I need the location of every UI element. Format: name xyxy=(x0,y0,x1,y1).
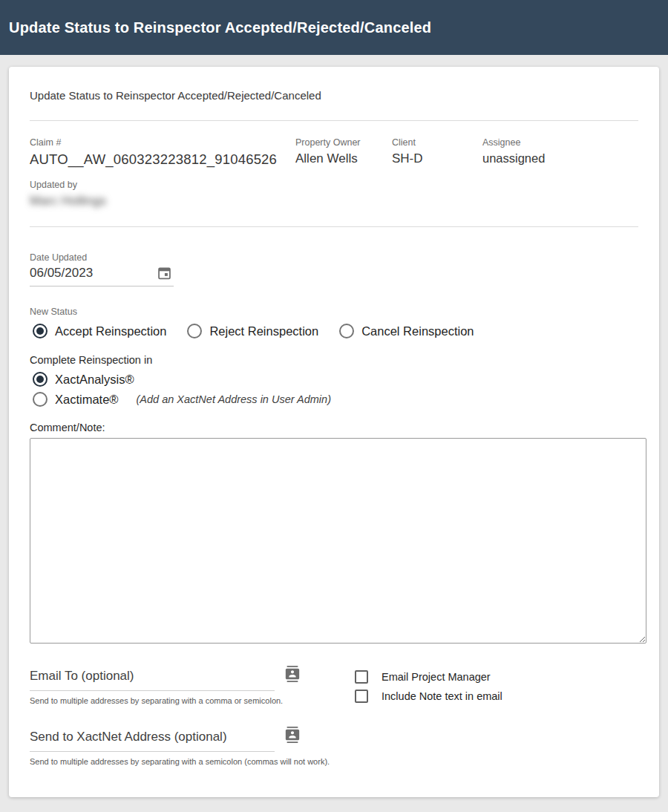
comment-note-textarea[interactable] xyxy=(30,438,646,644)
radio-cancel-reinspection[interactable]: Cancel Reinspection xyxy=(339,324,474,338)
checkbox-include-note-text[interactable]: Include Note text in email xyxy=(355,690,502,703)
email-to-input[interactable]: Email To (optional) xyxy=(30,669,275,691)
radio-accept-reinspection[interactable]: Accept Reinspection xyxy=(33,324,166,338)
email-to-placeholder: Email To (optional) xyxy=(30,669,134,683)
radio-selected-icon[interactable] xyxy=(33,324,48,338)
client-field: Client SH-D xyxy=(392,137,482,168)
form-subtitle: Update Status to Reinspector Accepted/Re… xyxy=(30,89,638,102)
xactimate-note: (Add an XactNet Address in User Admin) xyxy=(137,393,331,405)
updated-by-label: Updated by xyxy=(30,180,638,190)
email-section: Email To (optional) Send to multiple add… xyxy=(30,669,638,766)
property-owner-label: Property Owner xyxy=(295,137,392,148)
radio-xactimate[interactable]: Xactimate® (Add an XactNet Address in Us… xyxy=(33,392,638,407)
client-value: SH-D xyxy=(392,151,482,166)
radio-unselected-icon[interactable] xyxy=(187,324,202,338)
claim-number-value: AUTO__AW_060323223812_91046526 xyxy=(30,151,295,168)
radio-unselected-icon[interactable] xyxy=(339,324,354,338)
claim-number-field: Claim # AUTO__AW_060323223812_91046526 xyxy=(30,137,295,168)
date-updated-field: Date Updated 06/05/2023 xyxy=(30,252,174,287)
email-options: Email Project Manager Include Note text … xyxy=(355,669,502,766)
checkbox-unchecked-icon[interactable] xyxy=(355,670,368,684)
assignee-label: Assignee xyxy=(482,137,638,148)
comment-note-label: Comment/Note: xyxy=(30,422,638,433)
divider-middle xyxy=(30,226,638,227)
contacts-icon[interactable] xyxy=(284,727,301,743)
email-to-field: Email To (optional) Send to multiple add… xyxy=(30,669,355,705)
divider-top xyxy=(30,120,638,121)
calendar-icon[interactable] xyxy=(157,265,172,281)
radio-reject-reinspection[interactable]: Reject Reinspection xyxy=(187,324,318,338)
xactnet-address-input[interactable]: Send to XactNet Address (optional) xyxy=(30,730,275,752)
checkbox-unchecked-icon[interactable] xyxy=(355,690,368,703)
claim-info-row: Claim # AUTO__AW_060323223812_91046526 P… xyxy=(30,137,638,168)
radio-unselected-icon[interactable] xyxy=(33,392,48,407)
updated-by-value-redacted: Marc Hollings xyxy=(30,194,638,209)
contacts-icon[interactable] xyxy=(284,666,301,682)
email-to-helper: Send to multiple addresses by separating… xyxy=(30,696,355,705)
updated-by-field: Updated by Marc Hollings xyxy=(30,180,638,209)
new-status-label: New Status xyxy=(30,307,638,317)
client-label: Client xyxy=(392,137,482,148)
property-owner-value: Allen Wells xyxy=(295,151,392,166)
new-status-group: New Status Accept Reinspection Reject Re… xyxy=(30,307,638,338)
dialog-title: Update Status to Reinspector Accepted/Re… xyxy=(9,19,431,36)
property-owner-field: Property Owner Allen Wells xyxy=(295,137,392,168)
update-status-form-card: Update Status to Reinspector Accepted/Re… xyxy=(9,67,659,797)
claim-number-label: Claim # xyxy=(30,137,295,148)
assignee-field: Assignee unassigned xyxy=(482,137,638,168)
radio-xactanalysis[interactable]: XactAnalysis® xyxy=(33,372,638,387)
checkbox-email-project-manager[interactable]: Email Project Manager xyxy=(355,670,502,684)
xactnet-placeholder: Send to XactNet Address (optional) xyxy=(30,730,227,744)
xactnet-address-field: Send to XactNet Address (optional) Send … xyxy=(30,730,355,766)
date-updated-label: Date Updated xyxy=(30,252,174,263)
assignee-value: unassigned xyxy=(482,151,638,166)
dialog-header: Update Status to Reinspector Accepted/Re… xyxy=(0,0,668,55)
date-updated-value: 06/05/2023 xyxy=(30,266,93,281)
complete-reinspection-label: Complete Reinspection in xyxy=(30,354,638,366)
xactnet-helper: Send to multiple addresses by separating… xyxy=(30,757,355,766)
complete-reinspection-group: Complete Reinspection in XactAnalysis® X… xyxy=(30,354,638,407)
date-updated-input[interactable]: 06/05/2023 xyxy=(30,263,174,287)
radio-selected-icon[interactable] xyxy=(33,372,48,387)
